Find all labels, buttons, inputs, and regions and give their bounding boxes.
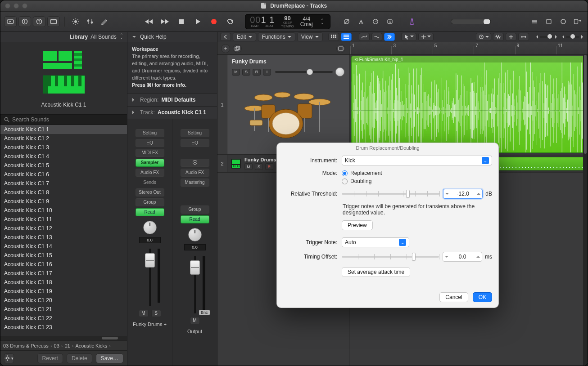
solo-mode-button[interactable]: S xyxy=(384,16,396,27)
eq-slot[interactable]: EQ xyxy=(181,139,209,147)
sound-list-item[interactable]: Acoustic Kick C1 18 xyxy=(0,278,127,287)
audiofx-slot[interactable]: Audio FX xyxy=(181,169,209,177)
master-volume-slider[interactable] xyxy=(451,19,491,24)
grid-view-button[interactable] xyxy=(328,33,339,41)
stereo-icon[interactable]: ⦿ xyxy=(181,159,209,167)
add-track-button[interactable]: ＋ xyxy=(221,44,230,53)
tuner-button[interactable] xyxy=(355,16,367,27)
vzoom-slider[interactable] xyxy=(534,34,559,40)
loops-button[interactable] xyxy=(557,16,570,27)
sound-list-item[interactable]: Acoustic Kick C1 12 xyxy=(0,224,127,233)
input-monitor-button[interactable]: I xyxy=(263,69,271,76)
timing-stepper[interactable]: 0.0 xyxy=(443,252,482,262)
mute-button[interactable]: M xyxy=(139,310,149,317)
breadcrumb-item[interactable]: 01 xyxy=(64,343,70,348)
bounce-tag[interactable]: Bnc xyxy=(199,310,210,315)
stepper-down-icon[interactable] xyxy=(443,255,450,259)
region-accordion[interactable]: Region: MIDI Defaults xyxy=(127,94,217,107)
functions-menu[interactable]: Functions xyxy=(258,32,295,41)
hzoom-slider[interactable] xyxy=(561,34,585,40)
hzoom-button[interactable] xyxy=(518,33,529,41)
sound-list-item[interactable]: Acoustic Kick C1 21 xyxy=(0,305,127,314)
left-click-tool[interactable] xyxy=(418,33,434,41)
eq-slot[interactable]: EQ xyxy=(136,139,164,147)
breadcrumb-item[interactable]: Acoustic Kicks xyxy=(75,343,107,348)
pan-knob[interactable] xyxy=(188,228,202,241)
revert-button[interactable]: Revert xyxy=(37,353,63,363)
mute-button[interactable]: M xyxy=(190,317,200,324)
library-search[interactable]: Search Sounds xyxy=(0,114,127,125)
duplicate-track-button[interactable] xyxy=(233,44,242,53)
record-button[interactable] xyxy=(208,17,220,27)
breadcrumb-item[interactable]: 03 xyxy=(54,343,59,348)
pan-value[interactable]: 0.0 xyxy=(139,237,161,243)
track-header-1[interactable]: 1 Funky Drums M S R I xyxy=(217,55,349,155)
rewind-button[interactable] xyxy=(143,17,155,27)
trigger-note-select[interactable]: Auto ⌄ xyxy=(342,237,409,247)
snap-menu[interactable] xyxy=(476,33,491,41)
output-slot[interactable]: Stereo Out xyxy=(136,188,164,196)
automation-mode[interactable]: Read xyxy=(181,215,209,223)
sound-list-item[interactable]: Acoustic Kick C1 14 xyxy=(0,242,127,251)
volume-fader[interactable]: Bnc xyxy=(183,256,207,313)
stepper-down-icon[interactable] xyxy=(443,192,451,196)
view-menu[interactable]: View xyxy=(297,32,323,41)
instrument-select[interactable]: Kick ⌄ xyxy=(342,156,492,165)
library-hscroll[interactable] xyxy=(0,336,127,340)
sound-list-item[interactable]: Acoustic Kick C1 10 xyxy=(0,206,127,215)
notepad-button[interactable] xyxy=(543,16,555,27)
lcd-tempo[interactable]: 90 KEEP TEMPO xyxy=(281,15,294,28)
pan-knob[interactable] xyxy=(143,221,157,234)
lcd-menu-button[interactable]: ⌃⌄ xyxy=(319,19,326,24)
sound-list-item[interactable]: Acoustic Kick C1 22 xyxy=(0,314,127,323)
sound-list-item[interactable]: Acoustic Kick C1 16 xyxy=(0,260,127,269)
editor-button[interactable] xyxy=(98,16,111,27)
solo-button[interactable]: S xyxy=(255,163,263,170)
list-editors-button[interactable] xyxy=(528,16,541,27)
pan-value[interactable]: 0.0 xyxy=(184,244,206,250)
solo-button[interactable]: S xyxy=(151,310,161,317)
sound-list-item[interactable]: Acoustic Kick C1 6 xyxy=(0,170,127,179)
flex-button[interactable] xyxy=(371,33,382,41)
pointer-tool[interactable] xyxy=(401,33,416,41)
ruler[interactable]: 1357911 xyxy=(349,42,588,55)
track-name[interactable]: Funky Drums xyxy=(244,157,276,162)
instrument-slot[interactable]: Sampler xyxy=(136,159,164,167)
edit-menu[interactable]: Edit xyxy=(233,32,256,41)
threshold-stepper[interactable]: -12.0 xyxy=(443,189,483,199)
stop-button[interactable] xyxy=(176,17,187,27)
volume-fader[interactable] xyxy=(138,249,162,306)
lcd-sig-key[interactable]: 4/4 Cmaj xyxy=(300,16,313,27)
lcd-display[interactable]: 001 1 BAR BEAT 90 KEEP TEMPO 4/4 Cmaj ⌃⌄ xyxy=(245,14,330,29)
stepper-up-icon[interactable] xyxy=(475,255,482,259)
count-in-button[interactable] xyxy=(369,16,382,27)
sound-list-item[interactable]: Acoustic Kick C1 19 xyxy=(0,287,127,296)
sound-list[interactable]: Acoustic Kick C1 1Acoustic Kick C1 2Acou… xyxy=(0,125,127,336)
stepper-up-icon[interactable] xyxy=(475,192,482,196)
sound-list-item[interactable]: Acoustic Kick C1 2 xyxy=(0,134,127,143)
setting-slot[interactable]: Setting xyxy=(136,129,164,137)
sound-list-item[interactable]: Acoustic Kick C1 5 xyxy=(0,161,127,170)
automation-mode[interactable]: Read xyxy=(136,208,164,216)
group-slot[interactable]: Group xyxy=(181,205,209,214)
track-lane-1[interactable]: ⟲ FunkSmash Kit_bip_1 xyxy=(349,55,588,154)
track-accordion[interactable]: Track: Acoustic Kick C1 1 xyxy=(127,107,217,119)
library-gear-menu[interactable]: ▾ xyxy=(4,353,14,363)
audiofx-slot[interactable]: Audio FX xyxy=(136,169,164,177)
sound-list-item[interactable]: Acoustic Kick C1 3 xyxy=(0,143,127,152)
sound-list-item[interactable]: Acoustic Kick C1 17 xyxy=(0,269,127,278)
solo-button[interactable]: S xyxy=(242,69,250,76)
mode-replacement-radio[interactable]: Replacement xyxy=(342,170,382,176)
sound-list-item[interactable]: Acoustic Kick C1 9 xyxy=(0,197,127,206)
catch-button[interactable] xyxy=(384,33,395,41)
toolbar-toggle-button[interactable] xyxy=(47,16,60,27)
save-button[interactable]: Save… xyxy=(96,353,123,363)
ok-button[interactable]: OK xyxy=(473,292,492,302)
cycle-button[interactable] xyxy=(224,17,236,27)
sound-list-item[interactable]: Acoustic Kick C1 1 xyxy=(0,125,127,134)
set-average-attack-button[interactable]: Set average attack time xyxy=(342,267,410,277)
mute-button[interactable]: M xyxy=(244,163,253,170)
sound-list-item[interactable]: Acoustic Kick C1 7 xyxy=(0,179,127,188)
mode-doubling-radio[interactable]: Doubling xyxy=(342,178,382,184)
forward-button[interactable] xyxy=(159,17,171,27)
